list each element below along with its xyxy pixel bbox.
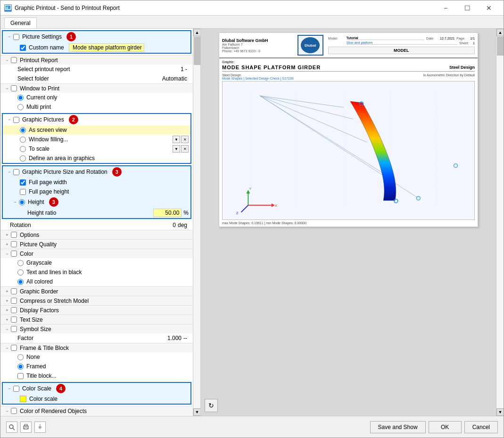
options-header[interactable]: + Options [0,230,193,239]
scroll-up-btn[interactable]: ▲ [193,29,200,36]
printout-checkbox[interactable] [11,57,17,63]
window-print-header[interactable]: − Window to Print [0,83,193,93]
expand-h-icon[interactable]: − [12,199,18,205]
gp-checkbox[interactable] [13,117,19,123]
right-scroll-thumb[interactable] [497,37,504,56]
scroll-down-btn[interactable]: ▼ [193,408,200,416]
expand-ft-icon[interactable]: − [4,345,10,351]
pq-checkbox[interactable] [11,241,17,247]
gs-checkbox[interactable] [13,169,19,175]
gp-expand-btn[interactable]: ✕ [181,136,189,143]
picture-settings-header[interactable]: − Picture Settings 1 [3,31,190,42]
gp-radio-2[interactable] [20,146,26,152]
print-icon-btn[interactable] [20,422,32,433]
cancel-button[interactable]: Cancel [464,421,498,433]
cs-checkbox[interactable] [11,298,17,304]
svg-point-25 [9,425,13,429]
expand-pr-icon[interactable]: − [4,57,10,63]
title-block-checkbox[interactable] [17,373,24,379]
ss-checkbox[interactable] [11,326,17,332]
factor-label: Factor [17,335,33,341]
text-black-row: Text and lines in black [0,268,193,277]
bottom-bar: Save and Show OK Cancel [0,416,504,438]
ft-checkbox[interactable] [11,345,17,351]
model-label: Model: [328,37,345,40]
csc-checkbox[interactable] [13,386,19,392]
minimize-button[interactable]: − [435,0,456,16]
gp-shrink2-btn[interactable]: ▼ [173,145,180,153]
expand-wp-icon[interactable]: − [4,86,10,91]
options-checkbox[interactable] [11,232,17,238]
custom-name-input[interactable]: Mode shape platform girder [69,43,144,52]
settings-icon-btn[interactable] [34,422,46,433]
color-scale-header[interactable]: − Color Scale 4 [3,383,190,394]
graphic-info2: Mode Shapes | Selected Design Check | S1… [222,77,294,80]
search-icon-btn[interactable] [6,422,17,433]
expand-gs-icon[interactable]: − [7,169,12,175]
none-radio[interactable] [17,354,24,360]
text-size-header[interactable]: + Text Size [0,315,193,324]
scroll-thumb[interactable] [194,37,200,65]
window-print-checkbox[interactable] [11,85,17,91]
maximize-button[interactable]: ☐ [456,0,478,16]
df-checkbox[interactable] [11,307,17,313]
expand-cr-icon[interactable]: − [4,408,10,414]
current-only-radio[interactable] [17,95,24,101]
save-and-show-button[interactable]: Save and Show [370,421,426,433]
text-black-radio[interactable] [17,269,24,276]
right-scroll-down[interactable]: ▼ [496,408,504,416]
ok-button[interactable]: OK [429,421,462,433]
expand-df-icon[interactable]: + [4,308,10,313]
gp-expand2-btn[interactable]: ✕ [181,145,189,153]
expand-gb-icon[interactable]: + [4,289,10,294]
gp-label-0: As screen view [29,127,67,133]
refresh-button[interactable]: ↻ [205,399,218,412]
display-factors-header[interactable]: + Display Factors [0,305,193,315]
symbol-size-header[interactable]: − Symbol Size [0,324,193,333]
full-page-width-checkbox[interactable] [20,179,26,186]
grayscale-radio[interactable] [17,260,24,266]
color-rendered-header[interactable]: − Color of Rendered Objects [0,406,193,415]
gp-radio-1[interactable] [20,137,26,143]
badge-2: 2 [69,115,78,124]
gp-radio-3[interactable] [20,155,26,162]
expand-col-icon[interactable]: − [4,251,10,257]
framed-row: Framed [0,362,193,371]
printout-report-header[interactable]: − Printout Report [0,55,193,65]
height-ratio-input[interactable]: 50.00 [153,209,182,217]
ts-checkbox[interactable] [11,316,17,323]
gp-shrink-btn[interactable]: ▼ [173,136,180,143]
height-radio[interactable] [19,199,25,205]
expand-gp-icon[interactable]: − [7,117,12,122]
expand-ts-icon[interactable]: + [4,317,10,323]
expand-ss-icon[interactable]: − [4,326,10,332]
expand-cs-icon[interactable]: + [4,298,10,304]
gp-radio-0[interactable] [20,127,26,133]
tab-general[interactable]: General [4,17,37,28]
company-name: Dlubal Software GmbH [222,38,296,43]
right-scroll-up[interactable]: ▲ [496,29,504,36]
all-colored-radio[interactable] [17,279,24,285]
graphic-border-header[interactable]: + Graphic Border [0,286,193,296]
custom-name-checkbox[interactable] [20,45,26,51]
framed-radio[interactable] [17,364,24,370]
picture-settings-checkbox[interactable] [13,34,19,40]
graphic-pictures-header[interactable]: − Graphic Pictures 2 [3,114,190,125]
expand-icon[interactable]: − [7,34,12,40]
expand-pq-icon[interactable]: + [4,242,10,247]
frame-title-header[interactable]: − Frame & Title Block [0,343,193,352]
full-page-height-checkbox[interactable] [20,189,26,195]
multi-print-radio[interactable] [17,104,24,110]
gb-checkbox[interactable] [11,288,17,294]
expand-csc-icon[interactable]: − [7,386,12,391]
color-header[interactable]: − Color [0,249,193,258]
col-checkbox[interactable] [11,251,17,257]
date-value: 12.7.2021 [440,37,454,40]
close-button[interactable]: ✕ [478,0,500,16]
cr-checkbox[interactable] [11,408,17,414]
graphic-size-header[interactable]: − Graphic Picture Size and Rotation 3 [3,166,190,178]
expand-opt-icon[interactable]: + [4,232,10,238]
picture-quality-header[interactable]: + Picture Quality [0,239,193,249]
model-value: Tutorial [347,36,424,40]
compress-header[interactable]: + Compress or Stretch Model [0,296,193,305]
